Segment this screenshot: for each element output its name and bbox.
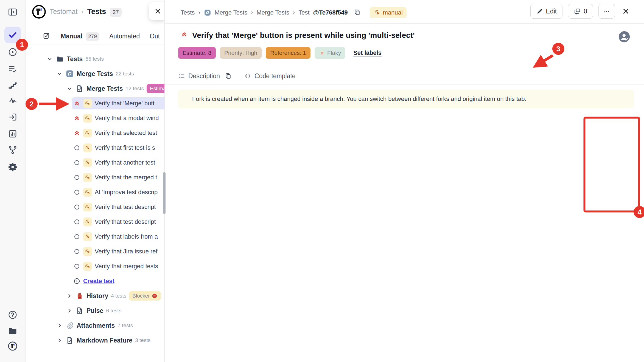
rail-bar-chart-icon[interactable] (4, 126, 21, 142)
edit-button[interactable]: Edit (530, 4, 563, 19)
tree-item[interactable]: Verify that 'Merge' butt (26, 96, 164, 111)
label-badge[interactable]: References: 1 (266, 47, 310, 59)
tree-item[interactable]: Verify that another test (26, 155, 164, 170)
assignee-avatar[interactable] (618, 31, 630, 43)
manual-test-icon (83, 262, 92, 271)
rail-sidebar-toggle-icon[interactable] (4, 4, 21, 20)
tree-item[interactable]: Verify that labels from a (26, 229, 164, 244)
tree-item-label: Verify that test descript (95, 218, 156, 225)
breadcrumb: Testomat › Tests 27 (50, 7, 122, 17)
manual-test-icon (83, 188, 92, 197)
breadcrumb-item[interactable]: Merge Tests (256, 9, 289, 16)
breadcrumb-item: Test (298, 9, 309, 16)
label-badge[interactable]: Priority: High (220, 47, 262, 59)
paperclip-icon (66, 321, 74, 330)
tree-item[interactable]: Merge Tests22 tests (26, 66, 164, 81)
tree-item[interactable]: Verify that the merged t (26, 170, 164, 185)
copy-icon[interactable] (354, 9, 361, 16)
breadcrumb-separator: › (293, 9, 295, 16)
test-id: @Te768f549 (313, 9, 348, 16)
create-test-label: Create test (83, 278, 114, 285)
tree-item[interactable]: Pulse6 tests (26, 303, 164, 318)
tree-item[interactable]: AI 'Improve test descrip (26, 185, 164, 200)
filter-tab-manual[interactable]: Manual279 (61, 32, 99, 41)
code-icon (244, 72, 251, 80)
label-badge[interactable]: Estimate: 8 (178, 47, 216, 59)
detail-tabs: DescriptionCode template (178, 67, 644, 84)
tree-item[interactable]: Tests55 tests (26, 52, 164, 66)
rail-check-icon[interactable] (4, 27, 21, 43)
tree-item-badge: Blocker (129, 291, 161, 301)
priority-none-icon (73, 174, 80, 181)
rail-logo-icon[interactable] (4, 338, 21, 354)
rail-help-icon[interactable] (4, 307, 21, 323)
detail-breadcrumb: Tests › Merge Tests › Merge Tests › Test… (181, 7, 407, 18)
filter-tab-label: Out (150, 33, 160, 40)
rail-gear-icon[interactable] (4, 159, 21, 175)
close-icon[interactable] (620, 6, 631, 17)
chevron-right-icon[interactable] (66, 307, 73, 314)
tab-label: Description (188, 72, 220, 80)
label-badge[interactable]: Flaky (315, 47, 345, 59)
tree-item-label: Pulse (86, 307, 103, 315)
priority-none-icon (73, 189, 80, 196)
more-button[interactable] (598, 4, 615, 19)
tree-item[interactable]: Markdown Feature3 tests (26, 333, 164, 348)
pencil-icon (536, 8, 543, 15)
page-title: Tests (87, 7, 106, 16)
tree-item[interactable]: History4 testsBlocker (26, 289, 164, 303)
tree-item-label: Merge Tests (77, 70, 113, 78)
chevron-right-icon[interactable] (56, 322, 63, 329)
tree-item-count: 3 tests (135, 337, 150, 343)
chevron-down-icon[interactable] (56, 70, 63, 77)
app-screen: Testomat › Tests 27 Manual279AutomatedOu… (0, 0, 644, 362)
chevron-down-icon[interactable] (46, 56, 53, 62)
rail-import-icon[interactable] (4, 109, 21, 125)
priority-high-icon (181, 31, 188, 38)
tree-item-count: 7 tests (117, 323, 133, 329)
test-title-row: Verify that 'Merge' button is present wh… (181, 31, 611, 40)
tree-item[interactable]: Verify that a modal wind (26, 111, 164, 126)
tree-item[interactable]: Verify that test descript (26, 214, 164, 229)
folder-icon (56, 55, 64, 63)
tree-item[interactable]: Verify that test descript (26, 200, 164, 214)
tree-item-label: Verify that merged tests (95, 263, 158, 270)
breadcrumb-item[interactable]: Merge Tests (215, 9, 247, 16)
breadcrumb-item[interactable]: Tests (181, 9, 195, 16)
brand-name[interactable]: Testomat (50, 8, 77, 16)
tree-item-label: Verify that Jira issue ref (95, 248, 158, 255)
tree-item-label: Merge Tests (86, 85, 123, 92)
create-test-link[interactable]: Create test (26, 274, 164, 289)
set-labels-link[interactable]: Set labels (353, 49, 382, 56)
rail-list-check-icon[interactable] (4, 61, 21, 77)
chevron-down-icon[interactable] (66, 85, 73, 92)
filter-tab-automated[interactable]: Automated (109, 33, 140, 40)
tree-item[interactable]: Verify that merged tests (26, 259, 164, 274)
document-icon (75, 84, 84, 93)
rail-branch-icon[interactable] (4, 142, 21, 158)
rail-play-circle-icon[interactable] (4, 44, 21, 60)
tab-label: Code template (254, 72, 296, 80)
rail-steps-icon[interactable] (4, 77, 21, 94)
rail-folder-icon[interactable] (4, 323, 21, 339)
testomat-logo-icon[interactable] (32, 4, 46, 19)
document-icon (75, 307, 84, 315)
tree-item[interactable]: Merge Tests12 testsEstima (26, 81, 164, 96)
chevron-right-icon[interactable] (66, 293, 73, 299)
tab-description[interactable]: Description (178, 67, 232, 84)
tree-scrollbar[interactable] (163, 172, 166, 214)
tree-item[interactable]: Verify that Jira issue ref (26, 244, 164, 259)
comments-count: 0 (584, 8, 587, 15)
tree-item[interactable]: Verify that first test is s (26, 140, 164, 155)
priority-none-icon (73, 233, 80, 240)
chevron-right-icon[interactable] (56, 337, 63, 344)
labels-row: Estimate: 8Priority: HighReferences: 1Fl… (178, 47, 382, 59)
filter-tab-out[interactable]: Out (150, 33, 160, 40)
tree-item[interactable]: Verify that selected test (26, 126, 164, 140)
panel-close-button[interactable] (149, 2, 165, 20)
copy-icon[interactable] (225, 72, 232, 80)
comments-button[interactable]: 0 (568, 4, 593, 19)
rail-activity-icon[interactable] (4, 92, 21, 109)
tab-code-template[interactable]: Code template (244, 67, 296, 84)
tree-item[interactable]: Attachments7 tests (26, 318, 164, 333)
